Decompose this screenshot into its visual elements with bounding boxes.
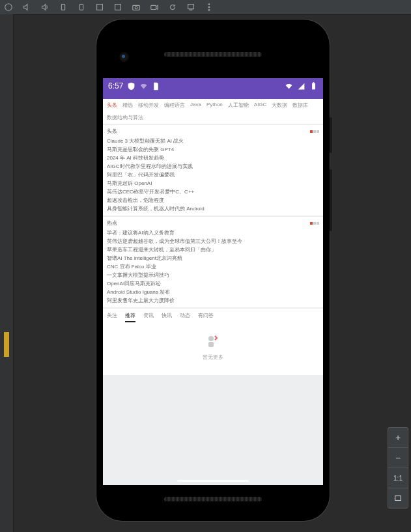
category-tab[interactable]: Python [206, 102, 223, 109]
pager-dots[interactable] [309, 220, 319, 226]
feed-tab[interactable]: 资讯 [143, 312, 154, 322]
feed-tabs: 关注推荐资讯快讯动态有问答 [103, 309, 323, 322]
volume-button[interactable] [330, 169, 332, 231]
article-link[interactable]: CNC 宣布 Falco 毕业 [107, 262, 319, 271]
shield-icon [127, 82, 135, 91]
status-time: 6:57 [108, 81, 123, 91]
pager-dots[interactable] [309, 128, 319, 134]
article-link[interactable]: OpenAI回应马斯克诉讼 [107, 279, 319, 288]
rotate-left-icon[interactable] [59, 3, 68, 12]
category-tab[interactable]: Java [190, 102, 201, 109]
svg-rect-13 [312, 83, 315, 89]
empty-state: 暂无更多 [103, 322, 323, 375]
rotate-right-icon[interactable] [77, 3, 86, 12]
zoom-out-button[interactable]: − [388, 448, 408, 468]
category-tab[interactable]: 编程语言 [164, 102, 185, 109]
bottom-speaker [164, 497, 262, 501]
article-link[interactable]: 具身智能计算系统，机器人时代的 Android [107, 204, 319, 213]
svg-point-10 [208, 7, 210, 8]
editor-gutter [0, 14, 14, 532]
volume-up-icon[interactable] [40, 3, 50, 12]
empty-text: 暂无更多 [103, 354, 323, 361]
article-link[interactable]: 英伟达CEO称坚守开发者爱中C、C++ [107, 188, 319, 196]
category-tab[interactable]: 精选 [122, 102, 133, 109]
article-link[interactable]: 苹果造车工程迎来大转机，至易本回归「由你」 [107, 245, 319, 254]
svg-rect-16 [208, 342, 214, 347]
zoom-controls: + − 1:1 [388, 427, 408, 509]
device-frame: 6:57 头条精选移动开发编程语言JavaPython人工智能AIGC大数据数据… [96, 20, 330, 521]
svg-rect-12 [395, 496, 401, 501]
category-tab[interactable]: 移动开发 [138, 102, 159, 109]
category-tabs: 头条精选移动开发编程语言JavaPython人工智能AIGC大数据数据库数据结构… [103, 99, 323, 124]
article-link[interactable]: 智谱AI The Intelligent北京闪亮航 [107, 254, 319, 262]
gutter-warning-mark [4, 332, 9, 357]
svg-point-0 [5, 4, 12, 11]
svg-rect-2 [79, 5, 83, 10]
category-tab[interactable]: 大数据 [272, 102, 287, 109]
wifi-dim-icon [139, 82, 148, 91]
settings-icon[interactable] [186, 3, 195, 12]
device-screen: 6:57 头条精选移动开发编程语言JavaPython人工智能AIGC大数据数据… [103, 78, 323, 485]
svg-rect-8 [188, 5, 194, 9]
category-tab[interactable]: 数据库 [292, 102, 308, 109]
wifi-icon [285, 82, 293, 91]
nav-gesture-pill[interactable] [177, 480, 249, 482]
article-link[interactable]: 一文掌握大模型提示词技巧 [107, 271, 319, 279]
earpiece-speaker [164, 52, 262, 57]
article-link[interactable]: 超逘攻击检出，危险程度 [107, 196, 319, 204]
article-link[interactable]: 马斯克是思聪会的先驱 GPT4 [107, 145, 319, 154]
headline-section: 头条Claude 3 大模型颠覆无损 AI 战火马斯克是思聪会的先驱 GPT42… [103, 125, 323, 216]
power-button[interactable] [330, 117, 332, 153]
overflow-icon[interactable] [205, 3, 214, 12]
article-link[interactable]: 阿里巴「衣」代码开发偏爱我 [107, 171, 319, 179]
battery-icon [309, 82, 318, 91]
article-link[interactable]: 学者：建议将AI纳入义务教育 [107, 229, 319, 237]
category-tab[interactable]: 头条 [107, 102, 117, 109]
svg-rect-1 [61, 5, 64, 10]
svg-point-9 [208, 4, 210, 5]
headline-section: 热点学者：建议将AI纳入义务教育英伟达逆袭超越谷歌，成为全球市值第三大公司！故事… [103, 217, 323, 307]
app-bar [103, 94, 323, 99]
section-title: 热点 [107, 219, 117, 227]
category-tab[interactable]: 人工智能 [228, 102, 249, 109]
feed-tab[interactable]: 关注 [107, 312, 117, 322]
empty-illustration-icon [205, 334, 221, 350]
svg-point-11 [208, 10, 210, 11]
feed-tab[interactable]: 推荐 [125, 312, 135, 322]
back-icon[interactable] [4, 3, 13, 12]
article-link[interactable]: Android Studio Iguana 发布 [107, 288, 319, 296]
signal-icon [297, 82, 305, 91]
square-icon[interactable] [113, 3, 122, 12]
zoom-in-button[interactable]: + [388, 428, 408, 448]
more-icon[interactable] [95, 3, 104, 12]
svg-rect-3 [97, 5, 103, 10]
svg-rect-4 [115, 5, 121, 10]
refresh-icon[interactable] [168, 3, 177, 12]
status-bar: 6:57 [103, 78, 323, 94]
article-link[interactable]: 英伟达逆袭超越谷歌，成为全球市值第三大公司！故事至今 [107, 237, 319, 245]
front-camera [119, 52, 129, 62]
volume-down-icon[interactable] [22, 3, 31, 12]
feed-tab[interactable]: 快讯 [162, 312, 172, 322]
article-link[interactable]: 马斯克起诉 OpenAI [107, 179, 319, 188]
feed-tab[interactable]: 动态 [180, 312, 190, 322]
svg-point-6 [135, 7, 137, 9]
ide-toolbar [0, 0, 411, 15]
category-tab[interactable]: 数据结构与算法 [107, 114, 143, 121]
record-icon[interactable] [150, 3, 159, 12]
article-link[interactable]: 阿里发售年史上最大力度降价 [107, 296, 319, 305]
sd-card-icon [152, 82, 160, 91]
section-title: 头条 [107, 128, 117, 135]
feed-tab[interactable]: 有问答 [198, 312, 214, 322]
zoom-fit-button[interactable] [388, 488, 408, 508]
svg-rect-7 [151, 5, 156, 9]
article-link[interactable]: AIGC时代教学里程水印的进展与实践 [107, 162, 319, 171]
svg-rect-14 [313, 82, 315, 83]
article-link[interactable]: Claude 3 大模型颠覆无损 AI 战火 [107, 137, 319, 145]
article-link[interactable]: 2024 年 AI 科技研发趋势 [107, 154, 319, 162]
svg-point-15 [208, 336, 214, 341]
zoom-1to1-button[interactable]: 1:1 [388, 468, 408, 488]
category-tab[interactable]: AIGC [254, 102, 267, 109]
svg-rect-5 [133, 5, 140, 10]
camera-icon[interactable] [132, 3, 141, 12]
